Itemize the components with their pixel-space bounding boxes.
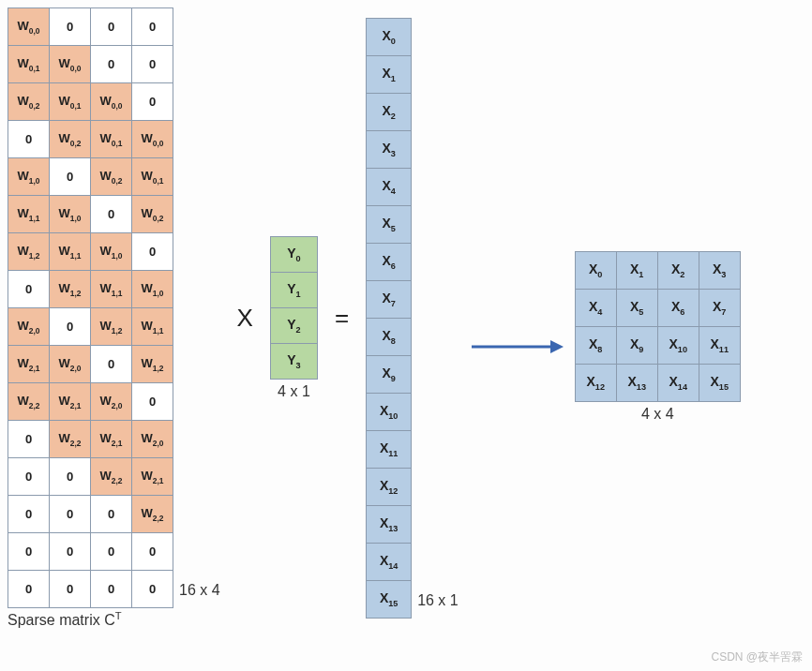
- y-cell: Y2: [270, 308, 317, 344]
- ct-cell: W0,1: [8, 46, 50, 83]
- ct-cell: W1,1: [50, 233, 91, 271]
- x-cell: X3: [367, 131, 412, 169]
- y-cell: Y0: [270, 237, 317, 273]
- y-vector: Y0Y1Y2Y3: [270, 236, 318, 380]
- ct-dims-label: 16 x 4: [179, 582, 220, 599]
- xg-cell: X9: [616, 327, 657, 365]
- ct-cell: W2,2: [132, 496, 173, 533]
- ct-cell: 0: [132, 8, 173, 46]
- ct-cell: 0: [50, 496, 91, 533]
- x-cell: X11: [367, 431, 412, 469]
- ct-cell: W0,0: [8, 8, 50, 46]
- x-cell: X8: [367, 319, 412, 356]
- x-cell: X1: [367, 56, 412, 94]
- xg-cell: X3: [699, 252, 740, 290]
- ct-cell: W0,1: [50, 83, 91, 121]
- y-dims-label: 4 x 1: [278, 383, 310, 400]
- xv-dims-label: 16 x 1: [417, 592, 459, 609]
- xg-cell: X8: [575, 327, 616, 365]
- ct-cell: W0,1: [91, 121, 132, 158]
- ct-cell: W2,1: [91, 421, 132, 458]
- xg-cell: X10: [657, 327, 699, 365]
- xg-cell: X11: [699, 327, 740, 365]
- ct-cell: W0,0: [91, 83, 132, 121]
- multiply-operator: X: [232, 304, 259, 333]
- y-cell: Y1: [270, 273, 317, 308]
- x-cell: X14: [367, 544, 412, 581]
- ct-cell: W2,0: [132, 421, 173, 458]
- ct-cell: W1,0: [132, 271, 173, 308]
- ct-cell: 0: [50, 308, 91, 346]
- ct-cell: W1,2: [8, 233, 50, 271]
- ct-cell: W1,1: [132, 308, 173, 346]
- x-cell: X10: [367, 394, 412, 431]
- ct-cell: W1,2: [132, 346, 173, 383]
- ct-cell: 0: [50, 571, 91, 608]
- ct-cell: W2,1: [132, 458, 173, 496]
- ct-cell: 0: [8, 121, 50, 158]
- reshape-arrow: [470, 279, 564, 358]
- xg-cell: X6: [657, 290, 699, 327]
- xg-cell: X12: [575, 365, 616, 402]
- ct-cell: 0: [50, 458, 91, 496]
- ct-cell: W2,0: [91, 383, 132, 421]
- ct-cell: 0: [8, 571, 50, 608]
- ct-cell: W2,0: [8, 308, 50, 346]
- xg-cell: X15: [699, 365, 740, 402]
- ct-cell: 0: [132, 46, 173, 83]
- ct-cell: 0: [91, 46, 132, 83]
- ct-cell: 0: [91, 496, 132, 533]
- ct-cell: 0: [132, 533, 173, 571]
- x-cell: X6: [367, 244, 412, 281]
- y-cell: Y3: [270, 344, 317, 380]
- x-cell: X4: [367, 169, 412, 206]
- x-vector: X0X1X2X3X4X5X6X7X8X9X10X11X12X13X14X15: [366, 18, 412, 619]
- ct-cell: 0: [91, 8, 132, 46]
- ct-cell: W0,2: [132, 196, 173, 233]
- ct-cell: 0: [50, 533, 91, 571]
- ct-cell: W0,1: [132, 158, 173, 196]
- equals-operator: =: [329, 304, 354, 333]
- ct-cell: W1,2: [91, 308, 132, 346]
- ct-cell: W0,0: [132, 121, 173, 158]
- ct-cell: W2,1: [50, 383, 91, 421]
- ct-cell: 0: [132, 233, 173, 271]
- x-cell: X5: [367, 206, 412, 244]
- x-grid: X0X1X2X3X4X5X6X7X8X9X10X11X12X13X14X15: [575, 251, 741, 402]
- ct-cell: 0: [50, 158, 91, 196]
- watermark-text: CSDN @夜半罟霖: [711, 649, 803, 665]
- ct-cell: 0: [50, 8, 91, 46]
- ct-cell: W1,1: [8, 196, 50, 233]
- x-cell: X0: [367, 19, 412, 56]
- ct-cell: W2,2: [50, 421, 91, 458]
- ct-cell: 0: [132, 383, 173, 421]
- sparse-matrix-ct: W0,0000W0,1W0,000W0,2W0,1W0,000W0,2W0,1W…: [8, 7, 173, 608]
- ct-cell: W1,1: [91, 271, 132, 308]
- ct-cell: W2,2: [8, 383, 50, 421]
- xg-cell: X7: [699, 290, 740, 327]
- x-cell: X7: [367, 281, 412, 319]
- xg-cell: X1: [616, 252, 657, 290]
- xg-dims-label: 4 x 4: [641, 406, 674, 423]
- ct-cell: 0: [91, 533, 132, 571]
- ct-cell: 0: [91, 196, 132, 233]
- x-cell: X15: [367, 581, 412, 619]
- xg-cell: X5: [616, 290, 657, 327]
- ct-cell: W1,0: [91, 233, 132, 271]
- ct-cell: W1,2: [50, 271, 91, 308]
- ct-cell: W0,2: [50, 121, 91, 158]
- ct-cell: 0: [8, 271, 50, 308]
- svg-marker-1: [550, 340, 564, 353]
- ct-cell: W0,0: [50, 46, 91, 83]
- ct-cell: 0: [132, 571, 173, 608]
- ct-cell: W0,2: [91, 158, 132, 196]
- x-cell: X13: [367, 506, 412, 544]
- xg-cell: X2: [657, 252, 699, 290]
- ct-cell: 0: [8, 496, 50, 533]
- ct-cell: 0: [91, 346, 132, 383]
- xg-cell: X0: [575, 252, 616, 290]
- xg-cell: X14: [657, 365, 699, 402]
- x-cell: X9: [367, 356, 412, 394]
- ct-cell: W2,0: [50, 346, 91, 383]
- ct-cell: W1,0: [50, 196, 91, 233]
